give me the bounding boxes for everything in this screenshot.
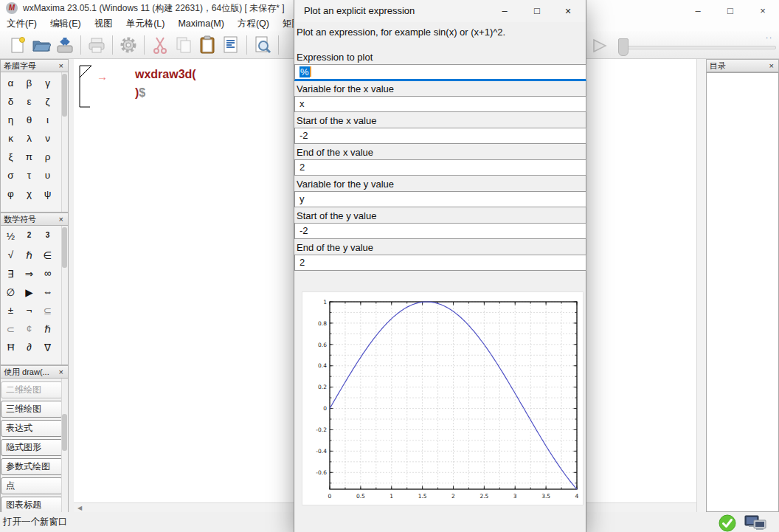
draw-panel-caption: 使用 draw(... × — [0, 365, 69, 379]
y-start-label: Start of the y value — [297, 210, 584, 223]
greek-letter-button[interactable]: κ — [1, 129, 20, 148]
math-symbol-button[interactable]: ∇ — [38, 338, 57, 356]
svg-text:3: 3 — [513, 493, 517, 500]
greek-letter-button[interactable]: ε — [20, 92, 38, 111]
x-end-input[interactable]: 2 — [294, 159, 586, 176]
greek-letter-button[interactable]: ξ — [1, 148, 20, 166]
math-panel-close-icon[interactable]: × — [58, 215, 65, 224]
draw-button[interactable]: 三维绘图 — [1, 401, 63, 418]
math-symbol-button[interactable]: ∞ — [38, 264, 57, 283]
greek-letter-button[interactable]: τ — [20, 166, 38, 184]
draw-panel-scrollbar[interactable] — [61, 379, 68, 512]
math-symbol-button[interactable]: ▶ — [20, 283, 38, 301]
toolbar-separator — [112, 35, 113, 55]
draw-button[interactable]: 表达式 — [1, 420, 63, 437]
greek-letter-button[interactable]: φ — [1, 184, 20, 203]
math-symbol-button[interactable]: ⇔ — [38, 283, 57, 301]
svg-text:0: 0 — [323, 405, 327, 412]
math-symbol-button[interactable]: ∂ — [20, 338, 38, 356]
x-start-input[interactable]: -2 — [294, 128, 586, 144]
math-symbol-button[interactable]: ∈ — [38, 246, 57, 264]
draw-button[interactable]: 隐式图形 — [1, 439, 63, 456]
greek-panel-body: αβγδεζηθικλνξπρστυφχψ — [0, 72, 69, 213]
draw-button: 二维绘图 — [1, 381, 63, 398]
greek-panel-close-icon[interactable]: × — [58, 61, 65, 70]
y-start-input[interactable]: -2 — [294, 223, 586, 239]
scroll-left-arrow-icon[interactable]: ◀ — [74, 505, 82, 511]
open-button[interactable] — [30, 34, 53, 56]
animation-slider-handle[interactable] — [618, 38, 629, 56]
greek-letter-button[interactable]: χ — [20, 184, 38, 203]
paste-button[interactable] — [195, 34, 219, 56]
dialog-description: Plot an expression, for example sin(x) o… — [297, 27, 505, 38]
svg-text:0.5: 0.5 — [356, 493, 365, 500]
vertical-scrollbar[interactable] — [696, 59, 706, 512]
math-symbol-button[interactable]: ⇒ — [20, 264, 38, 283]
x-start-label: Start of the x value — [297, 115, 584, 128]
greek-letter-button[interactable]: ι — [38, 111, 57, 129]
menu-item-5[interactable]: 方程(Q) — [231, 17, 276, 31]
greek-letter-button[interactable]: ζ — [38, 92, 57, 111]
save-button[interactable] — [53, 34, 77, 56]
math-symbol-button[interactable]: ¢ — [20, 319, 38, 338]
math-symbols-panel: 数学符号 × ½23√ℏ∈∃⇒∞∅▶⇔±¬⊆⊂¢ℏĦ∂∇ — [0, 213, 69, 365]
math-panel-scrollbar[interactable] — [61, 226, 68, 365]
math-symbol-button[interactable]: ⊆ — [38, 301, 57, 319]
play-animation-button — [590, 37, 609, 58]
draw-button[interactable]: 参数式绘图 — [1, 458, 63, 475]
code-line-2[interactable]: )$ — [135, 86, 145, 100]
new-document-button[interactable] — [6, 34, 30, 56]
greek-letter-button[interactable]: θ — [20, 111, 38, 129]
find-button[interactable] — [251, 34, 274, 56]
greek-panel-scrollbar[interactable] — [61, 72, 68, 212]
greek-letter-button[interactable]: ψ — [38, 184, 57, 203]
math-symbol-button[interactable]: 2 — [20, 227, 38, 246]
menu-item-1[interactable]: 编辑(E) — [44, 17, 88, 31]
greek-letter-button[interactable]: υ — [38, 166, 57, 184]
greek-letter-button[interactable]: β — [20, 74, 38, 92]
math-symbol-button[interactable]: ⊂ — [1, 319, 20, 338]
greek-letter-button[interactable]: α — [1, 74, 20, 92]
y-end-input[interactable]: 2 — [294, 255, 586, 271]
format-button[interactable] — [219, 34, 243, 56]
greek-letter-button[interactable]: σ — [1, 166, 20, 184]
dialog-close-button[interactable]: × — [552, 0, 584, 22]
greek-letter-button[interactable]: δ — [1, 92, 20, 111]
draw-panel-title: 使用 draw(... — [4, 367, 58, 378]
menu-item-2[interactable]: 视图 — [88, 17, 120, 31]
toc-panel-close-icon[interactable]: × — [768, 61, 775, 70]
svg-text:0.8: 0.8 — [318, 320, 327, 327]
math-symbol-button[interactable]: Ħ — [1, 338, 20, 356]
math-symbol-button[interactable]: ℏ — [20, 246, 38, 264]
math-symbol-button[interactable]: √ — [1, 246, 20, 264]
greek-letter-button[interactable]: η — [1, 111, 20, 129]
copy-button — [172, 34, 195, 56]
x-variable-input[interactable]: x — [294, 96, 586, 112]
math-symbol-button[interactable]: ∅ — [1, 283, 20, 301]
draw-panel-close-icon[interactable]: × — [58, 367, 65, 376]
math-symbol-button[interactable]: ∃ — [1, 264, 20, 283]
settings-button[interactable] — [117, 34, 140, 56]
draw-button[interactable]: 图表标题 — [1, 497, 63, 513]
math-symbol-button[interactable]: ½ — [1, 227, 20, 246]
draw-button[interactable]: 点 — [1, 477, 63, 494]
y-variable-input[interactable]: y — [294, 191, 586, 207]
greek-letter-button[interactable]: π — [20, 148, 38, 166]
dialog-maximize-button[interactable]: □ — [521, 0, 553, 22]
math-symbol-button[interactable]: ± — [1, 301, 20, 319]
math-symbol-button[interactable]: ℏ — [38, 319, 57, 338]
greek-letter-button[interactable]: λ — [20, 129, 38, 148]
dialog-minimize-button[interactable]: – — [488, 0, 521, 22]
menu-item-0[interactable]: 文件(F) — [0, 17, 44, 31]
greek-letter-button[interactable]: γ — [38, 74, 57, 92]
menu-item-3[interactable]: 单元格(L) — [120, 17, 172, 31]
code-line-1[interactable]: wxdraw3d( — [135, 68, 196, 81]
greek-letter-button[interactable]: ρ — [38, 148, 57, 166]
menu-item-4[interactable]: Maxima(M) — [171, 17, 231, 31]
x-variable-label: Variable for the x value — [297, 83, 584, 96]
expression-input[interactable]: % — [294, 64, 586, 81]
math-symbol-button[interactable]: ¬ — [20, 301, 38, 319]
math-symbol-button[interactable]: 3 — [38, 227, 57, 246]
selected-text: % — [300, 66, 310, 77]
greek-letter-button[interactable]: ν — [38, 129, 57, 148]
